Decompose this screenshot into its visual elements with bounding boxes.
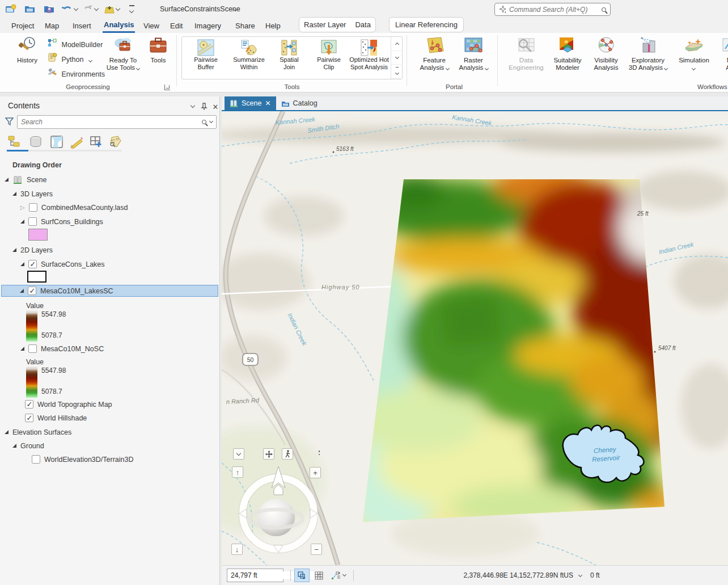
command-search[interactable] (494, 3, 611, 16)
list-by-selection-button[interactable] (48, 134, 65, 150)
tab-project[interactable]: Project (10, 18, 35, 33)
tree-item-buildings[interactable]: SurfCons_Buildings (20, 216, 103, 228)
gallery-scroll-down-icon[interactable] (391, 51, 403, 65)
tab-analysis[interactable]: Analysis (103, 18, 135, 33)
scene-view-canvas[interactable]: Kannah Creek Smith Ditch Kannah Creek In… (222, 111, 728, 565)
tab-raster-layer[interactable]: Raster Layer (304, 20, 346, 29)
expander-collapsed-icon[interactable]: ▷ (20, 204, 25, 211)
tree-item-terrain3d[interactable]: WorldElevation3D/Terrain3D (32, 453, 133, 465)
customize-qat-icon[interactable] (129, 5, 134, 14)
pairwise-buffer-button[interactable]: PairwiseBuffer (187, 39, 225, 70)
tree-item-scene[interactable]: Scene (5, 174, 46, 186)
lakes-checkbox[interactable] (28, 260, 37, 268)
move-up-button[interactable]: ↑ (232, 466, 243, 478)
raster-analysis-button[interactable]: RasterAnalysis (455, 36, 492, 71)
tree-item-lasd[interactable]: ▷ CombinedMesaCounty.lasd (20, 201, 128, 213)
expander-icon[interactable] (20, 262, 24, 266)
walk-mode-button[interactable] (282, 448, 293, 460)
buildings-symbol-swatch[interactable] (28, 229, 48, 241)
full-extent-button[interactable] (263, 448, 274, 460)
spatial-join-button[interactable]: SpatialJoin (272, 39, 307, 70)
tools-button[interactable]: Tools (145, 36, 172, 64)
world-topo-checkbox[interactable] (25, 400, 33, 409)
pane-options-icon[interactable] (191, 103, 195, 108)
tab-insert[interactable]: Insert (71, 18, 92, 33)
expander-icon[interactable] (20, 289, 24, 293)
feature-analysis-button[interactable]: FeatureAnalysis (414, 36, 454, 71)
terrain3d-checkbox[interactable] (32, 455, 40, 464)
expander-icon[interactable] (12, 248, 16, 252)
buildings-checkbox[interactable] (28, 217, 37, 226)
undo-icon[interactable] (61, 3, 74, 15)
lasd-checkbox[interactable] (29, 203, 37, 212)
list-by-data-source-button[interactable] (27, 134, 44, 150)
contents-search[interactable] (17, 115, 217, 129)
python-button[interactable]: Python (48, 53, 92, 64)
lakes-symbol-swatch[interactable] (27, 271, 46, 283)
optimized-hot-spot-button[interactable]: Optimized HotSpot Analysis (348, 39, 391, 70)
mesa-lakessc-checkbox[interactable] (28, 287, 36, 295)
tree-item-3d-layers[interactable]: 3D Layers (12, 188, 53, 200)
tree-item-ground[interactable]: Ground (12, 440, 44, 452)
tree-item-surfacecons-lakes[interactable]: SurfaceCons_Lakes (20, 258, 105, 270)
contents-search-input[interactable] (21, 118, 198, 126)
tab-edit[interactable]: Edit (169, 18, 184, 33)
expander-icon[interactable] (20, 220, 24, 224)
command-search-input[interactable] (509, 6, 598, 14)
tab-map[interactable]: Map (44, 18, 60, 33)
history-button[interactable]: History (11, 36, 43, 64)
tab-scene-view[interactable]: Scene ✕ (225, 96, 276, 110)
visibility-analysis-button[interactable]: VisibilityAnalysis (590, 36, 623, 71)
filter-icon[interactable] (5, 117, 14, 126)
tab-linear-referencing[interactable]: Linear Referencing (395, 20, 458, 29)
snap-mode-button[interactable] (294, 569, 310, 582)
expander-icon[interactable] (5, 178, 9, 182)
ready-to-use-tools-button[interactable]: Ready To Use Tools (104, 36, 142, 71)
tree-item-2d-layers[interactable]: 2D Layers (12, 244, 53, 256)
nav-collapse-button[interactable] (233, 448, 244, 460)
list-by-editing-button[interactable] (68, 134, 85, 150)
nav-drag-handle[interactable] (318, 450, 321, 457)
tab-share[interactable]: Share (234, 18, 256, 33)
add-data-dropdown-icon[interactable] (116, 6, 120, 11)
environments-button[interactable]: Environments (48, 68, 105, 78)
simulation-button[interactable]: Simulation (676, 36, 712, 71)
open-project-icon[interactable] (24, 3, 36, 15)
move-down-button[interactable]: ↓ (231, 544, 243, 555)
tree-item-elevation-surfaces[interactable]: Elevation Surfaces (5, 426, 71, 438)
coordinate-readout[interactable]: 2,378,446.98E 14,152,772.89N ftUS (444, 571, 573, 579)
pin-icon[interactable] (200, 102, 209, 111)
list-by-labeling-button[interactable] (107, 134, 124, 150)
tree-item-world-topo[interactable]: World Topographic Map (25, 398, 112, 410)
gallery-expand-icon[interactable] (391, 65, 403, 79)
zoom-in-button[interactable]: + (310, 467, 321, 478)
tab-view[interactable]: View (142, 18, 160, 33)
mesa-nosc-checkbox[interactable] (28, 344, 37, 353)
modelbuilder-button[interactable]: ModelBuilder (48, 38, 103, 49)
tab-imagery[interactable]: Imagery (193, 18, 222, 33)
pairwise-clip-button[interactable]: PairwiseClip (310, 39, 348, 70)
coords-dropdown-icon[interactable] (578, 573, 582, 577)
list-by-drawing-order-button[interactable] (6, 134, 23, 150)
expander-icon[interactable] (20, 347, 24, 351)
tab-data[interactable]: Data (355, 20, 370, 29)
suitability-modeler-button[interactable]: SuitabilityModeler (549, 36, 586, 71)
scale-combobox[interactable] (227, 569, 283, 582)
grid-button[interactable] (311, 569, 327, 582)
undo-dropdown-icon[interactable] (74, 6, 78, 11)
expander-icon[interactable] (12, 444, 16, 448)
expander-icon[interactable] (12, 192, 16, 196)
network-analysis-button[interactable]: NAr (718, 36, 728, 71)
home-view-icon[interactable] (274, 485, 283, 495)
summarize-within-button[interactable]: SummarizeWithin (227, 39, 270, 70)
tree-item-world-hillshade[interactable]: World Hillshade (25, 412, 87, 424)
navigator-orb[interactable] (257, 499, 295, 536)
save-project-icon[interactable] (43, 3, 56, 15)
close-tab-icon[interactable]: ✕ (265, 99, 270, 107)
tab-catalog-view[interactable]: Catalog (276, 96, 323, 110)
tab-help[interactable]: Help (264, 18, 282, 33)
geoprocessing-launcher-icon[interactable] (164, 85, 170, 90)
exploratory-3d-analysis-button[interactable]: Exploratory3D Analysis (625, 36, 671, 71)
expander-icon[interactable] (5, 430, 9, 434)
gallery-scroll-up-icon[interactable] (391, 37, 403, 51)
